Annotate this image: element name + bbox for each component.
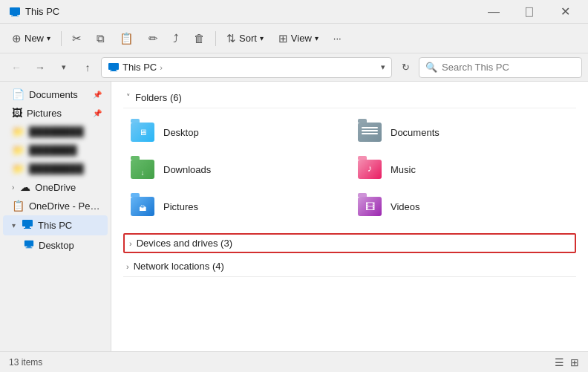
cut-icon: ✂ [72,32,82,45]
devices-section-header[interactable]: › Devices and drives (3) [123,233,576,253]
video-film-icon: 🎞 [365,201,375,212]
sidebar-item-this-pc[interactable]: ▾ This PC [3,215,108,235]
forward-button[interactable]: → [30,57,50,78]
onedrive-expand-icon: › [12,183,14,192]
folders-chevron-icon: ˅ [126,93,131,102]
folder-icon-videos: 🎞 [356,193,383,220]
search-input[interactable] [442,62,575,73]
view-button[interactable]: ⊞ View ▾ [272,27,324,50]
rename-icon: ✏ [148,32,158,45]
sort-button[interactable]: ⇅ Sort ▾ [220,27,270,50]
delete-button[interactable]: 🗑 [188,27,211,50]
download-arrow-icon: ↓ [141,169,145,177]
copy-icon: ⧉ [97,32,105,45]
paste-button[interactable]: 📋 [114,27,140,50]
network-chevron-icon: › [126,262,129,271]
share-icon: ⤴ [173,32,179,45]
copy-button[interactable]: ⧉ [91,27,111,50]
devices-section-title: Devices and drives (3) [137,238,232,249]
back-button[interactable]: ← [6,57,27,78]
pin-icon-documents: 📌 [93,91,102,99]
sidebar-item-onedrive-perso[interactable]: 📋 OneDrive - Perso [3,197,108,215]
more-button[interactable]: ··· [327,27,347,50]
sidebar: 📄 Documents 📌 🖼 Pictures 📌 📁 ████████ 📁 … [0,82,111,351]
list-view-button[interactable]: ☰ [555,356,564,368]
svg-rect-6 [22,220,33,226]
sidebar-item-blurred3[interactable]: 📁 ████████ [3,160,108,177]
grid-view-button[interactable]: ⊞ [570,356,579,368]
folder-label-videos: Videos [391,201,420,212]
folders-section-title: Folders (6) [135,92,182,103]
folder-icon-downloads: ↓ [129,156,156,183]
share-button[interactable]: ⤴ [167,27,185,50]
sidebar-item-label-pictures: Pictures [27,108,88,119]
onedrive-perso-sidebar-icon: 📋 [12,200,24,212]
address-bar[interactable]: This PC › ▾ [101,57,392,78]
sidebar-item-label-blurred3: ████████ [29,163,102,174]
sidebar-item-onedrive[interactable]: › ☁ OneDrive [3,178,108,196]
address-dropdown-button[interactable]: ▾ [381,62,385,72]
sidebar-item-label-documents: Documents [29,89,88,100]
music-note-icon: ♪ [368,163,373,174]
window-title: This PC [25,6,59,17]
folder-label-pictures: Pictures [163,201,198,212]
toolbar-divider-2 [215,31,216,46]
folder-item-music[interactable]: ♪ Music [350,151,576,187]
svg-rect-9 [24,241,33,247]
toolbar-divider-1 [61,31,62,46]
close-button[interactable]: ✕ [548,0,582,24]
folder-icon-pictures: 🏔 [129,193,156,220]
svg-rect-11 [26,247,33,248]
svg-rect-2 [11,16,19,16]
svg-rect-3 [108,63,119,70]
sidebar-item-blurred1[interactable]: 📁 ████████ [3,123,108,140]
view-icon: ⊞ [278,32,288,45]
search-box[interactable]: 🔍 [419,57,582,78]
folder-item-videos[interactable]: 🎞 Videos [350,189,576,224]
up-button[interactable]: ↑ [77,57,98,78]
status-bar-right: ☰ ⊞ [555,356,579,368]
main-container: 📄 Documents 📌 🖼 Pictures 📌 📁 ████████ 📁 … [0,82,588,351]
sort-chevron-icon: ▾ [260,34,264,42]
desktop-sidebar-icon [24,239,34,252]
folder-label-desktop: Desktop [163,127,199,138]
sidebar-item-label-onedrive: OneDrive [35,182,102,193]
sidebar-item-blurred2[interactable]: 📁 ███████ [3,141,108,159]
rename-button[interactable]: ✏ [143,27,164,50]
sidebar-item-label-blurred2: ███████ [29,145,102,156]
breadcrumb-chevron: › [160,63,163,72]
minimize-button[interactable]: — [477,0,511,24]
sidebar-item-documents[interactable]: 📄 Documents 📌 [3,85,108,103]
pictures-mountain-icon: 🏔 [132,201,153,215]
cut-button[interactable]: ✂ [66,27,88,50]
paste-icon: 📋 [120,32,134,45]
folder-item-documents[interactable]: Documents [350,114,576,150]
svg-rect-7 [25,226,30,228]
sidebar-item-label-this-pc: This PC [38,220,102,231]
item-count: 13 items [9,357,42,368]
sidebar-item-desktop[interactable]: Desktop [3,236,108,255]
folder-label-documents: Documents [391,127,440,138]
folders-section-header[interactable]: ˅ Folders (6) [123,88,576,108]
maximize-button[interactable]: ⎕ [512,0,546,24]
folder-item-desktop[interactable]: 🖥 Desktop [123,114,349,150]
onedrive-sidebar-icon: ☁ [20,181,30,193]
pictures-sidebar-icon: 🖼 [12,107,22,119]
this-pc-title-icon [9,6,21,18]
this-pc-expand-icon: ▾ [12,221,16,229]
refresh-button[interactable]: ↻ [395,57,416,78]
folder-icon-documents [356,119,383,146]
folder-item-pictures[interactable]: 🏔 Pictures [123,189,349,224]
sidebar-item-pictures[interactable]: 🖼 Pictures 📌 [3,104,108,122]
recent-button[interactable]: ▾ [53,57,74,78]
new-button[interactable]: ⊕ New ▾ [6,27,56,50]
blurred3-sidebar-icon: 📁 [12,163,24,174]
folder-label-music: Music [391,164,416,175]
view-chevron-icon: ▾ [315,34,318,42]
network-section-header[interactable]: › Network locations (4) [123,256,576,277]
folder-label-downloads: Downloads [163,164,211,175]
sidebar-item-label-onedrive-perso: OneDrive - Perso [29,200,102,212]
breadcrumb-this-pc[interactable]: This PC [122,62,157,73]
folder-item-downloads[interactable]: ↓ Downloads [123,151,349,187]
devices-chevron-icon: › [129,239,132,248]
